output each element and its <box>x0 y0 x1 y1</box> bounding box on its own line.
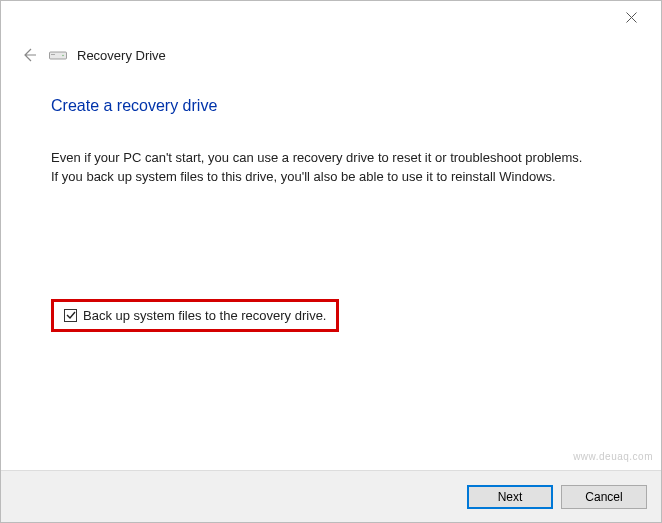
svg-rect-4 <box>51 54 55 55</box>
back-arrow-icon <box>21 47 37 63</box>
content-area: Create a recovery drive Even if your PC … <box>1 71 661 332</box>
svg-rect-2 <box>50 52 67 59</box>
backup-system-files-label: Back up system files to the recovery dri… <box>83 308 326 323</box>
cancel-button[interactable]: Cancel <box>561 485 647 509</box>
svg-point-3 <box>62 55 64 57</box>
page-description: Even if your PC can't start, you can use… <box>51 149 591 187</box>
page-heading: Create a recovery drive <box>51 97 611 115</box>
recovery-drive-dialog: Recovery Drive Create a recovery drive E… <box>0 0 662 523</box>
watermark: www.deuaq.com <box>573 451 653 462</box>
next-button[interactable]: Next <box>467 485 553 509</box>
drive-icon <box>49 48 67 62</box>
breadcrumb: Recovery Drive <box>1 33 661 71</box>
back-button[interactable] <box>19 45 39 65</box>
titlebar <box>1 1 661 33</box>
footer: Next Cancel <box>1 470 661 522</box>
close-icon <box>626 12 637 23</box>
checkmark-icon <box>66 310 76 320</box>
breadcrumb-title: Recovery Drive <box>77 48 166 63</box>
backup-system-files-checkbox[interactable] <box>64 309 77 322</box>
checkbox-highlight-box: Back up system files to the recovery dri… <box>51 299 339 332</box>
close-button[interactable] <box>611 5 651 29</box>
